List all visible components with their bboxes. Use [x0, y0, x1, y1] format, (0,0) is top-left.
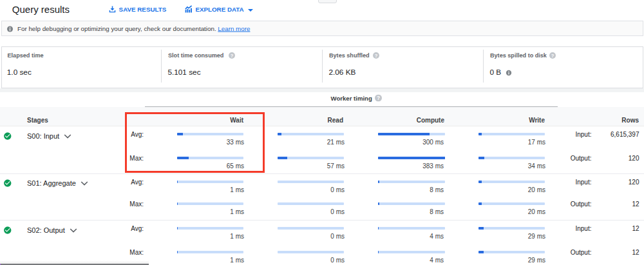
svg-text:?: ? — [375, 53, 378, 59]
svg-text:?: ? — [377, 95, 380, 101]
svg-text:?: ? — [551, 53, 554, 59]
svg-text:?: ? — [230, 53, 233, 59]
